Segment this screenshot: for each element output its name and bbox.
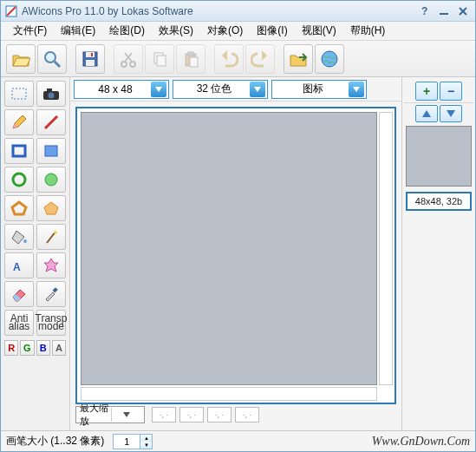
channel-r[interactable]: R <box>4 340 18 356</box>
svg-rect-25 <box>47 88 52 92</box>
svg-point-14 <box>121 62 127 67</box>
menu-object[interactable]: 对象(O) <box>200 22 250 40</box>
polygon-outline-tool[interactable] <box>4 195 34 221</box>
svg-rect-23 <box>12 88 26 99</box>
preview-thumbnail[interactable] <box>406 126 472 187</box>
watermark: Www.GnDown.Com <box>372 435 470 449</box>
shape-tool[interactable] <box>36 252 66 278</box>
help-button[interactable]: ? <box>416 3 434 19</box>
spinner-down-icon[interactable]: ▼ <box>140 442 152 449</box>
eraser-tool[interactable] <box>4 281 34 307</box>
pencil-tool[interactable] <box>4 109 34 135</box>
chevron-down-icon <box>250 82 265 97</box>
depth-combo[interactable]: 32 位色 <box>173 80 268 99</box>
canvas-wrap: 最大缩放 ·, · ·, · ·, · ·, · <box>70 102 401 430</box>
svg-marker-32 <box>12 202 26 214</box>
redo-button[interactable] <box>245 44 275 74</box>
svg-rect-10 <box>86 60 95 66</box>
paste-button[interactable] <box>176 44 205 74</box>
menu-view[interactable]: 视图(V) <box>295 22 343 40</box>
scrollbar-horizontal[interactable] <box>81 387 377 401</box>
spinner-up-icon[interactable]: ▲ <box>140 435 152 442</box>
menu-edit[interactable]: 编辑(E) <box>54 22 102 40</box>
move-up-button[interactable] <box>415 105 438 122</box>
polygon-fill-tool[interactable] <box>36 195 66 221</box>
ellipse-fill-tool[interactable] <box>36 167 66 193</box>
zoom-combo[interactable]: 最大缩放 <box>75 406 145 423</box>
ellipse-outline-tool[interactable] <box>4 167 34 193</box>
svg-line-7 <box>55 62 60 67</box>
kind-combo[interactable]: 图标 <box>271 80 367 99</box>
window-title: AWicons Pro 11.0 by Lokas Software <box>22 5 414 17</box>
svg-rect-28 <box>13 146 25 156</box>
select-rect-tool[interactable] <box>4 81 34 107</box>
svg-rect-11 <box>91 53 93 56</box>
svg-rect-37 <box>52 287 57 292</box>
kind-value: 图标 <box>277 82 349 96</box>
scrollbar-vertical[interactable] <box>379 112 393 385</box>
preview-info: 48x48, 32b <box>406 192 472 211</box>
spinner-arrows[interactable]: ▲ ▼ <box>140 434 153 449</box>
save-button[interactable] <box>75 44 105 74</box>
fill-tool[interactable] <box>4 224 34 250</box>
antialias-toggle[interactable]: Antialias <box>4 310 34 336</box>
body: A Antialias Transpmode R G B A 48 <box>1 77 475 430</box>
svg-text:?: ? <box>421 6 427 16</box>
channel-a[interactable]: A <box>52 340 66 356</box>
move-down-button[interactable] <box>440 105 462 122</box>
zoom-strip: 最大缩放 ·, · ·, · ·, · ·, · <box>75 404 396 425</box>
text-tool[interactable]: A <box>4 252 34 278</box>
right-pane: + − 48x48, 32b <box>401 77 475 430</box>
svg-point-34 <box>23 239 27 243</box>
size-value: 48 x 48 <box>80 83 151 95</box>
coord-2[interactable]: ·, · <box>179 407 204 423</box>
chevron-down-icon <box>151 82 166 97</box>
rect-fill-tool[interactable] <box>36 138 66 164</box>
channel-toggles: R G B A <box>4 340 66 356</box>
menu-image[interactable]: 图像(I) <box>250 22 294 40</box>
channel-g[interactable]: G <box>20 340 34 356</box>
zoom-label: 最大缩放 <box>80 402 111 428</box>
coord-4[interactable]: ·, · <box>235 407 259 423</box>
svg-rect-3 <box>440 13 448 15</box>
main-toolbar <box>1 41 475 77</box>
size-combo[interactable]: 48 x 48 <box>74 80 169 99</box>
rect-outline-tool[interactable] <box>4 138 34 164</box>
menu-file[interactable]: 文件(F) <box>6 22 54 40</box>
brush-size-spinner[interactable]: 1 ▲ ▼ <box>113 434 153 449</box>
menu-effects[interactable]: 效果(S) <box>152 22 200 40</box>
line-tool[interactable] <box>36 109 66 135</box>
close-button[interactable] <box>454 3 472 19</box>
remove-format-button[interactable]: − <box>440 82 462 101</box>
transparency-toggle[interactable]: Transpmode <box>36 310 66 336</box>
svg-point-26 <box>49 93 55 99</box>
menu-help[interactable]: 帮助(H) <box>343 22 393 40</box>
statusbar: 画笔大小 (1..32 像素) 1 ▲ ▼ Www.GnDown.Com <box>1 430 475 451</box>
center-pane: 48 x 48 32 位色 图标 <box>70 77 401 430</box>
svg-rect-9 <box>86 52 95 57</box>
app-window: AWicons Pro 11.0 by Lokas Software ? 文件(… <box>0 0 476 452</box>
coord-3[interactable]: ·, · <box>207 407 231 423</box>
copy-button[interactable] <box>145 44 174 74</box>
capture-tool[interactable] <box>36 81 66 107</box>
svg-point-15 <box>130 62 135 67</box>
app-icon <box>4 4 18 18</box>
channel-b[interactable]: B <box>36 340 50 356</box>
coord-buttons: ·, · ·, · ·, · ·, · <box>152 407 259 423</box>
minimize-button[interactable] <box>435 3 453 19</box>
canvas[interactable] <box>81 112 377 385</box>
coord-1[interactable]: ·, · <box>152 407 176 423</box>
svg-rect-20 <box>190 57 198 67</box>
menu-draw[interactable]: 绘图(D) <box>102 22 152 40</box>
undo-button[interactable] <box>214 44 244 74</box>
cut-button[interactable] <box>114 44 143 74</box>
library-button[interactable] <box>284 44 313 74</box>
eyedropper-tool[interactable] <box>36 281 66 307</box>
magic-wand-tool[interactable] <box>36 224 66 250</box>
add-format-button[interactable]: + <box>415 82 438 101</box>
open-button[interactable] <box>6 44 36 74</box>
brush-size-value[interactable]: 1 <box>113 434 140 449</box>
zoom-button[interactable] <box>37 44 67 74</box>
web-button[interactable] <box>315 44 344 74</box>
svg-point-6 <box>45 52 55 62</box>
